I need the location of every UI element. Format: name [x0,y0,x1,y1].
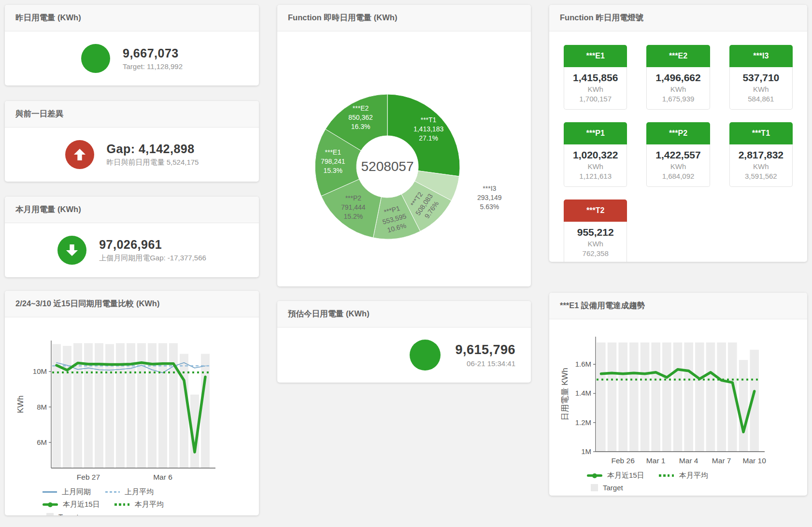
trend-chart-title: ***E1 設備用電達成趨勢 [549,293,807,319]
target-bar [684,342,693,452]
card-realtime-donut: Function 即時日用電量 (KWh) ***T11,413,18327.1… [277,5,531,286]
legend-label: 本月平均 [679,471,708,480]
card-day-gap: 與前一日差異 Gap: 4,142,898 昨日與前日用電量 5,524,175 [5,101,259,182]
left-column: 昨日用電量 (KWh) 9,667,073 Target: 11,128,992… [5,5,259,515]
donut-chart-title: Function 即時日用電量 (KWh) [277,5,531,31]
tile-unit: KWh [567,162,624,171]
x-tick-label: Mar 6 [153,473,172,481]
tile-body: 955,212KWh762,358 [564,222,627,262]
tile-target: 1,684,092 [650,172,706,180]
target-bar [608,342,617,452]
legend-item[interactable]: 本月平均 [114,500,164,509]
card-status-tiles: Function 昨日用電燈號 ***E11,415,856KWh1,700,1… [549,5,807,262]
tile-body: 1,020,322KWh1,121,613 [564,144,627,187]
card-today-estimate: 預估今日用電量 (KWh) 9,615,796 06-21 15:34:41 [277,301,531,383]
target-bar [662,342,671,452]
function-usage-donut-chart: ***T11,413,18327.1%***I3293,1495.63%***T… [277,49,524,271]
green-status-circle-icon [81,44,110,73]
target-bar [717,342,726,452]
target-bar [706,342,715,452]
target-bar [180,354,188,469]
tile-label: ***E2 [646,45,710,67]
tile-unit: KWh [567,85,624,93]
x-tick-label: Mar 10 [743,456,767,465]
estimate-value: 9,615,796 [455,342,515,357]
tile-body: 2,817,832KWh3,591,562 [729,144,793,187]
card-day-gap-title: 與前一日差異 [5,101,259,128]
yesterday-usage-value: 9,667,073 [123,46,183,60]
target-bar [739,360,748,452]
green-status-circle-icon [410,340,441,370]
card-month-title: 本月用電量 (KWh) [5,197,259,223]
legend-item[interactable]: Target [43,513,79,515]
target-bar [673,342,683,452]
legend-line-marker-icon [43,491,57,493]
tile-body: 537,710KWh584,861 [729,67,793,110]
tile-label: ***T1 [729,122,793,144]
card-e1-trend-chart: ***E1 設備用電達成趨勢 1M1.2M1.4M1.6MFeb 26Mar 1… [549,293,807,496]
legend-item[interactable]: 上月同期 [43,487,91,497]
tile-target: 1,121,613 [567,172,624,180]
tile-target: 584,861 [733,95,789,103]
compare-chart-title: 2/24~3/10 近15日同期用電量比較 (KWh) [5,291,259,317]
tile-target: 1,675,939 [650,95,706,103]
status-tiles-grid: ***E11,415,856KWh1,700,157***E21,496,662… [564,45,793,262]
legend-dots-marker-icon [659,474,674,477]
x-tick-label: Feb 27 [77,473,100,481]
month-usage-gap: 上個月同期用電Gap: -17,377,566 [99,254,206,263]
target-bar [597,342,606,452]
legend-item[interactable]: 本月近15日 [587,471,644,480]
e1-trend-line-chart: 1M1.2M1.4M1.6MFeb 26Mar 1Mar 4Mar 7Mar 1… [554,333,767,469]
month-usage-value: 97,026,961 [99,238,206,252]
legend-item[interactable]: Target [587,484,623,492]
target-bar [127,343,135,469]
compare-line-chart: 6M8M10MFeb 27Mar 6KWh [10,337,217,485]
target-bar [95,343,103,469]
legend-label: 本月近15日 [63,500,100,509]
legend-label: 上月平均 [125,487,154,497]
y-tick-label: 1.4M [575,389,591,397]
tile-unit: KWh [650,85,706,93]
target-bar [116,343,125,469]
legend-item[interactable]: 本月近15日 [43,500,100,509]
y-tick-label: 8M [37,403,47,411]
tile-target: 762,358 [567,249,624,257]
tile-label: ***T2 [564,199,627,222]
status-tile-I3: ***I3537,710KWh584,861 [729,45,793,110]
legend-thick-marker-icon [43,503,58,506]
y-axis-label: 日用電量 KWh [560,368,570,421]
arrow-up-icon [65,140,94,169]
target-bar [641,342,650,452]
x-tick-label: Mar 7 [712,456,731,465]
y-tick-label: 1.2M [575,418,591,427]
status-tile-E2: ***E21,496,662KWh1,675,939 [646,45,710,110]
tile-unit: KWh [733,85,789,93]
y-axis-label: KWh [16,396,25,413]
legend-item[interactable]: 本月平均 [659,471,708,480]
y-tick-label: 1M [581,447,591,456]
card-month-usage: 本月用電量 (KWh) 97,026,961 上個月同期用電Gap: -17,3… [5,197,259,277]
yesterday-usage-target: Target: 11,128,992 [123,62,183,71]
tile-value: 1,496,662 [650,72,706,84]
legend-label: Target [603,484,623,492]
arrow-down-icon [57,236,86,265]
status-tile-T2: ***T2955,212KWh762,358 [564,199,627,262]
day-gap-value: Gap: 4,142,898 [107,142,199,156]
tile-unit: KWh [650,162,706,171]
target-bar [158,343,167,469]
right-column: Function 昨日用電燈號 ***E11,415,856KWh1,700,1… [549,5,807,515]
target-bar [105,344,114,468]
tile-unit: KWh [567,240,624,248]
tiles-card-title: Function 昨日用電燈號 [549,5,807,31]
legend-item[interactable]: 上月平均 [105,487,154,497]
target-bar [169,343,178,469]
tile-value: 537,710 [733,72,789,84]
donut-center-total: 5208057 [361,159,414,174]
legend-square-marker-icon [591,484,598,491]
tile-value: 2,817,832 [733,149,789,161]
card-yesterday-title: 昨日用電量 (KWh) [5,5,259,31]
target-bar [695,342,704,452]
legend-thick-marker-icon [587,474,602,477]
y-tick-label: 10M [33,367,47,375]
tile-body: 1,496,662KWh1,675,939 [646,67,710,110]
